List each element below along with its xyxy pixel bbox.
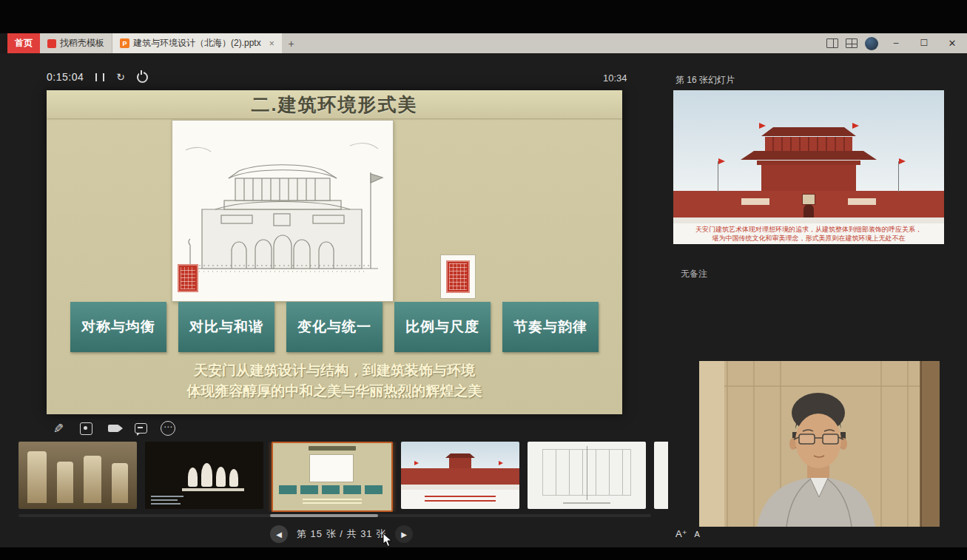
font-decrease-button[interactable]: A: [695, 530, 700, 539]
tab-home[interactable]: 首页: [7, 33, 40, 53]
end-show-icon[interactable]: [137, 72, 148, 83]
tabbar-corner: [0, 33, 7, 53]
design-principles-row: 对称与均衡 对比与和谐 变化与统一 比例与尺度 节奏与韵律: [70, 302, 599, 352]
engraving-drawing: [172, 121, 391, 300]
principle-proportion: 比例与尺度: [394, 302, 491, 352]
pen-tool-icon[interactable]: ✎: [50, 420, 67, 436]
thumbnail-slide-tiananmen-photo[interactable]: [401, 442, 519, 509]
minimize-button[interactable]: –: [886, 33, 906, 53]
webcam-video: [699, 361, 940, 527]
preview-caption-line2: 堪为中国传统文化和审美理念，形式美原则在建筑环境上无处不在: [673, 234, 944, 243]
mouse-cursor: [383, 533, 393, 547]
presenter-main: 0:15:04 ↻ 10:34 二.建筑环境形式美: [0, 53, 670, 547]
slide-title-band: 二.建筑环境形式美: [47, 90, 622, 118]
new-tab-button[interactable]: +: [282, 33, 301, 53]
thumbnail-scrollbar[interactable]: [270, 514, 378, 517]
preview-caption-line1: 天安门建筑艺术体现对理想环境的追求，从建筑整体到细部装饰的呼应关系，: [673, 225, 944, 234]
thumbnail-slide-plan-drawing[interactable]: [528, 442, 646, 509]
speaker-notes: 无备注: [681, 268, 707, 280]
principle-symmetry: 对称与均衡: [70, 302, 166, 352]
annotation-toolbar: ✎ ⋯: [50, 420, 176, 436]
red-seal-stamp-right: [446, 260, 470, 293]
grid-view-icon[interactable]: [846, 38, 858, 48]
notes-font-controls: A⁺ A: [675, 528, 700, 539]
ppt-file-icon: P: [120, 38, 129, 48]
timer-controls: 0:15:04 ↻: [47, 71, 148, 83]
tab-home-label: 首页: [15, 37, 33, 50]
thumbnail-slide-stone-carvings[interactable]: [18, 442, 137, 509]
window-bottom-strip: [0, 547, 967, 560]
more-options-icon[interactable]: ⋯: [160, 420, 176, 436]
tiananmen-engraving-image: [172, 120, 394, 302]
close-button[interactable]: ✕: [942, 33, 963, 53]
reset-timer-icon[interactable]: ↻: [116, 72, 125, 82]
slide-caption-line2: 体现雍容醇厚的中和之美与华丽热烈的辉煌之美: [47, 382, 622, 401]
tab-document-active[interactable]: P 建筑与环境设计（北海）(2).pptx ×: [112, 33, 282, 53]
principle-contrast: 对比与和谐: [178, 302, 274, 352]
presenter-person: [699, 361, 940, 527]
slide-title: 二.建筑环境形式美: [252, 92, 418, 117]
preview-portrait: [802, 194, 815, 205]
pause-timer-icon[interactable]: [95, 73, 104, 81]
red-flag-icon: [899, 158, 906, 164]
docer-icon: [47, 39, 56, 48]
tab-template-store[interactable]: 找稻壳模板: [40, 33, 112, 53]
next-slide-button[interactable]: ▶: [395, 525, 413, 543]
seal-patch: [440, 254, 476, 299]
comment-icon[interactable]: [132, 420, 149, 436]
tab-close-icon[interactable]: ×: [269, 38, 274, 49]
presenter-view: 0:15:04 ↻ 10:34 二.建筑环境形式美: [0, 53, 967, 547]
current-slide-canvas[interactable]: 二.建筑环境形式美: [47, 90, 622, 414]
thumbnail-slide-current[interactable]: [272, 442, 393, 512]
presenter-sidebar: 第 16 张幻灯片 天安门建筑艺术体现对理想环境的追求，从建筑整体到细部装饰的呼…: [670, 53, 967, 547]
laser-pointer-icon[interactable]: [78, 420, 94, 436]
slide-position-label: 第 15 张 / 共 31 张: [297, 527, 386, 541]
tab-template-label: 找稻壳模板: [60, 37, 104, 50]
red-seal-stamp-left: [178, 264, 198, 292]
tabbar-right-controls: – ☐ ✕: [826, 33, 967, 53]
thumbnail-scrollbar-track[interactable]: [18, 514, 651, 517]
thumbnail-slide-models[interactable]: [145, 442, 263, 509]
principle-variation: 变化与统一: [286, 302, 383, 352]
wall-clock: 10:34: [603, 72, 627, 84]
preview-captions: 天安门建筑艺术体现对理想环境的追求，从建筑整体到细部装饰的呼应关系， 堪为中国传…: [673, 223, 944, 244]
next-slide-preview: 天安门建筑艺术体现对理想环境的追求，从建筑整体到细部装饰的呼应关系， 堪为中国传…: [673, 90, 944, 244]
browser-tab-bar: 首页 找稻壳模板 P 建筑与环境设计（北海）(2).pptx × + – ☐ ✕: [0, 33, 967, 53]
user-avatar[interactable]: [865, 37, 878, 50]
previous-slide-button[interactable]: ◀: [270, 525, 288, 543]
slide-thumbnail-strip: [18, 442, 668, 512]
next-slide-label: 第 16 张幻灯片: [675, 74, 735, 87]
window-top-strip: [0, 0, 967, 33]
slide-caption-line1: 天安门从建筑设计与结构，到建筑装饰与环境: [47, 361, 622, 380]
red-flag-icon: [718, 158, 725, 164]
font-increase-button[interactable]: A⁺: [675, 528, 687, 539]
principle-rhythm: 节奏与韵律: [502, 302, 599, 352]
camera-icon[interactable]: [105, 420, 121, 436]
split-view-icon[interactable]: [826, 38, 838, 48]
maximize-button[interactable]: ☐: [914, 33, 934, 53]
red-flag-icon: [759, 123, 766, 129]
thumbnail-slide-partial[interactable]: [654, 442, 668, 509]
red-flag-icon: [852, 123, 859, 129]
tab-document-label: 建筑与环境设计（北海）(2).pptx: [133, 37, 261, 50]
elapsed-timer: 0:15:04: [47, 71, 84, 83]
